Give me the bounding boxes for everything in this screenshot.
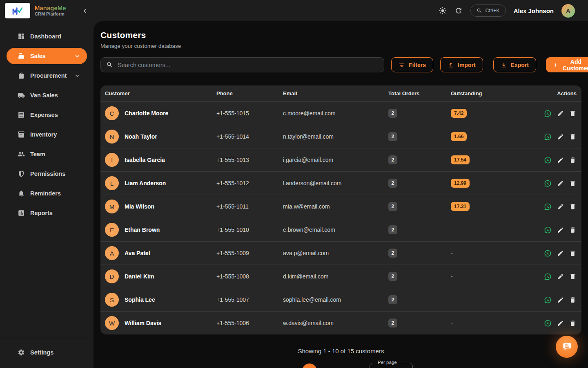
whatsapp-icon	[544, 273, 552, 280]
whatsapp-button[interactable]	[544, 203, 552, 211]
add-customer-label: Add Customer	[562, 58, 588, 72]
sidebar-item-settings[interactable]: Settings	[7, 344, 87, 361]
sidebar-item-reminders[interactable]: Reminders	[7, 185, 87, 202]
total-orders-badge: 2	[388, 179, 397, 188]
whatsapp-icon	[544, 319, 552, 327]
customer-phone: +1-555-1007	[212, 296, 278, 303]
table-row[interactable]: D Daniel Kim +1-555-1008 d.kim@email.com…	[100, 265, 581, 288]
delete-button[interactable]	[569, 110, 576, 117]
import-button[interactable]: Import	[440, 57, 483, 72]
table-row[interactable]: S Sophia Lee +1-555-1007 sophia.lee@emai…	[100, 288, 581, 311]
delete-button[interactable]	[569, 273, 576, 280]
table-row[interactable]: M Mia Wilson +1-555-1011 mia.w@email.com…	[100, 195, 581, 218]
delete-button[interactable]	[569, 180, 576, 187]
whatsapp-button[interactable]	[544, 319, 552, 327]
customer-phone: +1-555-1006	[212, 320, 278, 326]
edit-button[interactable]	[557, 227, 564, 233]
export-button[interactable]: Export	[493, 57, 536, 72]
sidebar-item-procurement[interactable]: Procurement	[7, 67, 87, 84]
edit-button[interactable]	[557, 157, 564, 164]
whatsapp-button[interactable]	[544, 180, 552, 187]
table-body: C Charlotte Moore +1-555-1015 c.moore@em…	[100, 101, 581, 334]
whatsapp-icon	[544, 203, 552, 211]
sidebar-collapse-button[interactable]	[82, 8, 88, 14]
table-row[interactable]: N Noah Taylor +1-555-1014 n.taylor@email…	[100, 125, 581, 148]
sidebar-item-expenses[interactable]: Expenses	[7, 107, 87, 123]
whatsapp-button[interactable]	[544, 110, 552, 117]
customer-name: Sophia Lee	[125, 296, 155, 303]
theme-toggle-button[interactable]	[439, 7, 447, 15]
pencil-icon	[557, 203, 564, 210]
column-header-actions: Actions	[539, 90, 581, 96]
add-customer-button[interactable]: Add Customer	[546, 57, 588, 72]
pagination-summary: Showing 1 - 10 of 15 customers	[100, 348, 581, 355]
customers-table: Customer Phone Email Total Orders Outsta…	[100, 85, 581, 334]
download-icon	[501, 62, 507, 68]
edit-button[interactable]	[557, 273, 564, 280]
edit-button[interactable]	[557, 250, 564, 257]
whatsapp-button[interactable]	[544, 296, 552, 304]
edit-button[interactable]	[557, 133, 564, 140]
table-row[interactable]: C Charlotte Moore +1-555-1015 c.moore@em…	[100, 101, 581, 125]
whatsapp-icon	[544, 226, 552, 234]
sidebar-footer: Settings	[0, 338, 94, 368]
sidebar-item-dashboard[interactable]: Dashboard	[7, 28, 87, 45]
per-page-select[interactable]: Per page	[370, 363, 413, 368]
table-row[interactable]: W William Davis +1-555-1006 w.davis@emai…	[100, 311, 581, 334]
edit-button[interactable]	[557, 180, 564, 187]
shield-icon	[18, 170, 25, 177]
table-row[interactable]: L Liam Anderson +1-555-1012 l.anderson@e…	[100, 171, 581, 195]
edit-button[interactable]	[557, 203, 564, 210]
delete-button[interactable]	[569, 203, 576, 210]
whatsapp-button[interactable]	[544, 273, 552, 280]
customer-email: l.anderson@email.com	[278, 180, 384, 186]
edit-button[interactable]	[557, 296, 564, 303]
sun-icon	[439, 7, 447, 15]
table-row[interactable]: I Isabella Garcia +1-555-1013 i.garcia@e…	[100, 148, 581, 171]
whatsapp-button[interactable]	[544, 249, 552, 257]
sidebar-item-permissions[interactable]: Permissions	[7, 166, 87, 182]
whatsapp-button[interactable]	[544, 156, 552, 164]
delete-button[interactable]	[569, 250, 576, 257]
whatsapp-button[interactable]	[544, 133, 552, 141]
delete-button[interactable]	[569, 320, 576, 327]
whatsapp-button[interactable]	[544, 226, 552, 234]
search-input[interactable]	[118, 62, 379, 68]
page-subtitle: Manage your customer database	[100, 43, 581, 49]
user-avatar[interactable]: A	[561, 4, 575, 18]
refresh-button[interactable]	[454, 7, 463, 15]
filters-label: Filters	[409, 62, 426, 68]
chat-fab-button[interactable]	[556, 336, 578, 358]
table-row[interactable]: E Ethan Brown +1-555-1010 e.brown@email.…	[100, 218, 581, 241]
page-1-button[interactable]	[302, 364, 317, 368]
import-label: Import	[458, 62, 476, 68]
command-palette-button[interactable]: Ctrl+K	[470, 4, 506, 17]
delete-button[interactable]	[569, 133, 576, 140]
edit-button[interactable]	[557, 110, 564, 117]
shortcut-label: Ctrl+K	[486, 8, 500, 13]
pencil-icon	[557, 157, 564, 164]
customer-email: c.moore@email.com	[278, 110, 384, 117]
edit-button[interactable]	[557, 320, 564, 327]
delete-button[interactable]	[569, 157, 576, 164]
customer-phone: +1-555-1014	[212, 133, 278, 140]
pencil-icon	[557, 133, 564, 140]
sidebar-item-team[interactable]: Team	[7, 146, 87, 162]
sidebar-item-van-sales[interactable]: Van Sales	[7, 87, 87, 103]
sidebar-item-inventory[interactable]: Inventory	[7, 126, 87, 143]
pencil-icon	[557, 180, 564, 187]
delete-button[interactable]	[569, 296, 576, 303]
sidebar-item-reports[interactable]: Reports	[7, 205, 87, 221]
whatsapp-icon	[544, 180, 552, 187]
customer-email: mia.w@email.com	[278, 203, 384, 210]
filters-button[interactable]: Filters	[391, 57, 433, 72]
delete-button[interactable]	[569, 227, 576, 233]
sidebar-item-sales[interactable]: Sales	[7, 48, 87, 64]
total-orders-badge: 2	[388, 249, 397, 258]
brand-subtitle: CRM Platform	[35, 11, 66, 17]
pencil-icon	[557, 227, 564, 233]
table-row[interactable]: A Ava Patel +1-555-1009 ava.p@email.com …	[100, 241, 581, 265]
avatar: L	[105, 176, 119, 190]
outstanding-badge: -	[451, 296, 453, 303]
manageme-logo-icon	[11, 6, 24, 16]
